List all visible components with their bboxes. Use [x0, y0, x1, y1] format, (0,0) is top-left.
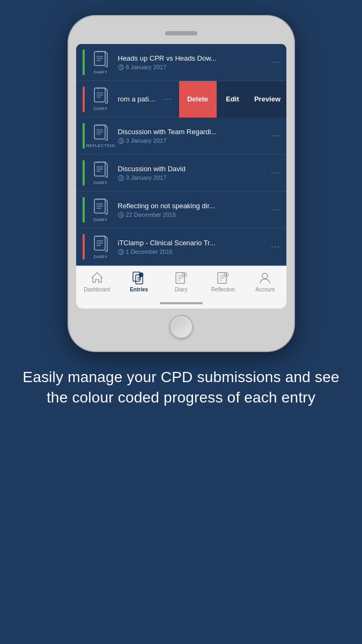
entry-content: Discussion with Team Regardi... 3 Januar… [118, 128, 267, 144]
home-indicator [160, 302, 203, 304]
home-indicator-bar [76, 298, 286, 309]
edit-button[interactable]: Edit [217, 81, 249, 118]
more-options-button[interactable]: ··· [267, 131, 279, 141]
doc-icon [93, 124, 108, 142]
list-item: DIARY Discussion with David 3 January 20… [76, 155, 286, 192]
bottom-nav: Dashboard Entries [76, 266, 286, 298]
phone-bottom-bar [76, 312, 286, 341]
svg-line-38 [121, 252, 122, 252]
doc-icon [93, 50, 108, 69]
nav-label-dashboard: Dashboard [84, 287, 110, 292]
entry-title: Heads up CPR vs Heads Dow... [118, 54, 267, 62]
svg-point-60 [262, 273, 268, 279]
nav-item-account[interactable]: Account [244, 270, 286, 292]
color-bar-green [83, 197, 85, 223]
entry-content: iTClamp - Clinical Scenario Tr... 1 Dece… [118, 239, 267, 255]
svg-line-24 [121, 178, 122, 178]
delete-button[interactable]: Delete [179, 81, 217, 118]
icon-label-reflection: REFLECTION [89, 124, 113, 148]
nav-item-entries[interactable]: Entries [118, 270, 160, 292]
entry-date: 22 December 2016 [118, 211, 267, 218]
list-item-swipe: DIARY rom a patien... ··· Delete Edit Pr… [76, 81, 286, 118]
more-options-button[interactable]: ··· [267, 168, 279, 178]
nav-label-account: Account [255, 287, 275, 292]
type-label: DIARY [94, 254, 108, 259]
more-options-button[interactable]: ··· [267, 205, 279, 215]
nav-item-reflection[interactable]: Reflection [202, 270, 244, 292]
list-item: REFLECTION Discussion with Team Regardi.… [76, 118, 286, 155]
clock-icon [118, 249, 124, 255]
icon-label-diary: DIARY [89, 87, 113, 111]
color-bar-green [83, 123, 85, 149]
phone-speaker [165, 31, 197, 35]
entry-date: 1 December 2016 [118, 248, 267, 255]
more-options-button[interactable]: ··· [267, 242, 279, 252]
entry-content: rom a patien... [118, 95, 160, 103]
home-button[interactable] [169, 315, 193, 339]
color-bar-green [83, 49, 85, 75]
bottom-text: Easily manage your CPD submissions and s… [0, 367, 362, 408]
svg-line-6 [121, 67, 122, 68]
type-label: DIARY [94, 180, 108, 185]
entry-title: Discussion with Team Regardi... [118, 128, 267, 136]
preview-button[interactable]: Preview [249, 81, 286, 118]
phone-shell: DIARY Heads up CPR vs Heads Dow... 8 Jan… [69, 16, 294, 351]
more-options-button[interactable]: ··· [267, 57, 279, 67]
entry-content: Discussion with David 3 January 2017 [118, 165, 267, 181]
clock-icon [118, 175, 124, 181]
icon-label-diary: DIARY [89, 50, 113, 75]
doc-icon [93, 87, 108, 105]
icon-label-diary: DIARY [89, 198, 113, 222]
phone-screen: DIARY Heads up CPR vs Heads Dow... 8 Jan… [76, 44, 286, 309]
icon-label-diary: DIARY [89, 235, 113, 259]
entry-date: 3 January 2017 [118, 174, 267, 181]
list-item: DIARY Heads up CPR vs Heads Dow... 8 Jan… [76, 44, 286, 81]
type-label: REFLECTION [86, 143, 115, 148]
nav-label-entries: Entries [130, 287, 148, 292]
entries-icon [131, 270, 146, 286]
doc-icon [93, 161, 108, 179]
clock-icon [118, 138, 124, 144]
entry-title: rom a patien... [118, 95, 160, 103]
doc-icon [93, 235, 108, 253]
svg-line-17 [121, 141, 122, 141]
entry-date: 3 January 2017 [118, 137, 267, 144]
doc-icon [93, 198, 108, 216]
entry-date: 8 January 2017 [118, 64, 267, 70]
nav-item-diary[interactable]: Diary [160, 270, 202, 292]
more-options-button[interactable]: ··· [159, 94, 172, 104]
account-icon [257, 270, 272, 286]
nav-label-reflection: Reflection [211, 287, 235, 292]
color-bar-green [83, 160, 85, 186]
phone-top-bar [76, 26, 286, 41]
list-item: DIARY Reflecting on not speaking dir... … [76, 192, 286, 229]
reflection-icon [216, 270, 231, 286]
svg-rect-39 [133, 272, 140, 281]
nav-item-dashboard[interactable]: Dashboard [76, 270, 118, 292]
dashboard-icon [90, 270, 105, 286]
clock-icon [118, 212, 124, 218]
entry-title: Discussion with David [118, 165, 267, 173]
clock-icon [118, 64, 124, 70]
list-item: DIARY iTClamp - Clinical Scenario Tr... … [76, 229, 286, 266]
entries-list: DIARY Heads up CPR vs Heads Dow... 8 Jan… [76, 44, 286, 266]
entry-title: Reflecting on not speaking dir... [118, 202, 267, 210]
entry-content: Heads up CPR vs Heads Dow... 8 January 2… [118, 54, 267, 70]
type-label: DIARY [94, 106, 108, 111]
type-label: DIARY [94, 217, 108, 222]
entry-content: Reflecting on not speaking dir... 22 Dec… [118, 202, 267, 218]
diary-icon [174, 270, 189, 286]
svg-line-31 [121, 215, 122, 215]
entry-title: iTClamp - Clinical Scenario Tr... [118, 239, 267, 247]
color-bar-red [83, 234, 85, 260]
nav-label-diary: Diary [175, 287, 187, 292]
icon-label-diary: DIARY [89, 161, 113, 185]
type-label: DIARY [94, 70, 108, 75]
color-bar-red [83, 86, 85, 112]
